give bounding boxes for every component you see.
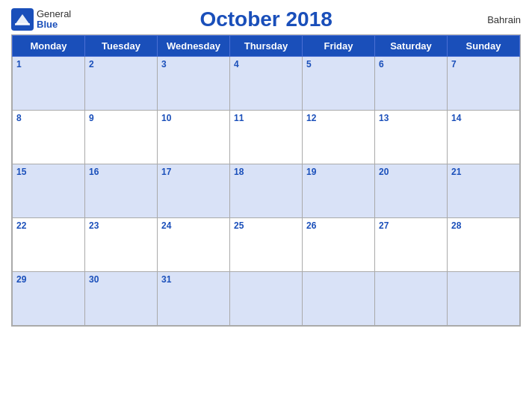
day-cell-17: 17: [158, 164, 230, 218]
day-cell-19: 19: [303, 164, 375, 218]
day-number-9: 9: [89, 113, 94, 123]
week-row-1: 1234567: [13, 57, 520, 111]
logo-text: General Blue: [37, 9, 71, 31]
week-row-3: 15161718192021: [13, 164, 520, 218]
logo-area: General Blue: [11, 8, 71, 31]
day-cell-23: 23: [85, 218, 158, 272]
day-number-13: 13: [379, 113, 389, 123]
calendar-table: Monday Tuesday Wednesday Thursday Friday…: [12, 35, 520, 326]
calendar-tbody: 1234567891011121314151617181920212223242…: [13, 57, 520, 326]
day-number-11: 11: [234, 113, 244, 123]
logo-blue-text: Blue: [37, 19, 71, 30]
day-cell-13: 13: [375, 111, 448, 164]
day-number-3: 3: [161, 59, 167, 69]
week-row-5: 293031: [13, 272, 520, 326]
day-cell-empty-4-4: [303, 272, 375, 326]
header-monday: Monday: [13, 36, 85, 57]
header-tuesday: Tuesday: [85, 36, 158, 57]
calendar-container: Monday Tuesday Wednesday Thursday Friday…: [11, 34, 521, 327]
day-number-31: 31: [161, 274, 171, 285]
day-number-16: 16: [89, 167, 99, 177]
week-row-2: 891011121314: [13, 111, 520, 164]
day-cell-28: 28: [448, 218, 520, 272]
day-number-4: 4: [234, 59, 239, 69]
day-number-12: 12: [306, 113, 316, 123]
header-sunday: Sunday: [448, 36, 520, 57]
calendar-header: General Blue October 2018 Bahrain: [11, 7, 521, 31]
day-number-22: 22: [16, 220, 26, 231]
logo-general-text: General: [37, 9, 71, 19]
day-number-10: 10: [161, 113, 171, 123]
logo-icon: [11, 8, 34, 31]
day-cell-26: 26: [303, 218, 375, 272]
day-number-24: 24: [161, 220, 171, 231]
day-cell-22: 22: [13, 218, 85, 272]
day-number-26: 26: [306, 220, 316, 231]
day-number-21: 21: [451, 167, 461, 177]
day-cell-27: 27: [375, 218, 448, 272]
day-number-29: 29: [16, 274, 26, 285]
day-cell-24: 24: [158, 218, 230, 272]
day-cell-empty-4-3: [230, 272, 303, 326]
day-number-7: 7: [451, 59, 457, 69]
day-number-2: 2: [89, 59, 94, 69]
day-cell-6: 6: [375, 57, 448, 111]
day-cell-30: 30: [85, 272, 158, 326]
day-cell-16: 16: [85, 164, 158, 218]
day-number-15: 15: [16, 167, 26, 177]
day-number-18: 18: [234, 167, 244, 177]
day-number-30: 30: [89, 274, 99, 285]
day-cell-empty-4-5: [375, 272, 448, 326]
day-number-8: 8: [16, 113, 22, 123]
day-number-5: 5: [306, 59, 312, 69]
day-cell-2: 2: [85, 57, 158, 111]
day-cell-4: 4: [230, 57, 303, 111]
day-cell-7: 7: [448, 57, 520, 111]
day-cell-10: 10: [158, 111, 230, 164]
day-cell-9: 9: [85, 111, 158, 164]
calendar-title: October 2018: [71, 7, 461, 31]
day-cell-18: 18: [230, 164, 303, 218]
day-cell-12: 12: [303, 111, 375, 164]
day-number-28: 28: [451, 220, 461, 231]
calendar-thead: Monday Tuesday Wednesday Thursday Friday…: [13, 36, 520, 57]
day-number-19: 19: [306, 167, 316, 177]
weekday-header-row: Monday Tuesday Wednesday Thursday Friday…: [13, 36, 520, 57]
day-cell-11: 11: [230, 111, 303, 164]
header-thursday: Thursday: [230, 36, 303, 57]
header-friday: Friday: [303, 36, 375, 57]
day-cell-1: 1: [13, 57, 85, 111]
week-row-4: 22232425262728: [13, 218, 520, 272]
day-number-20: 20: [379, 167, 389, 177]
day-cell-21: 21: [448, 164, 520, 218]
day-number-17: 17: [161, 167, 171, 177]
day-cell-empty-4-6: [448, 272, 520, 326]
day-number-27: 27: [379, 220, 389, 231]
day-number-23: 23: [89, 220, 99, 231]
svg-rect-2: [15, 23, 30, 25]
day-cell-5: 5: [303, 57, 375, 111]
day-cell-20: 20: [375, 164, 448, 218]
day-number-25: 25: [234, 220, 244, 231]
country-label: Bahrain: [461, 14, 521, 25]
day-number-1: 1: [16, 59, 22, 69]
day-number-14: 14: [451, 113, 461, 123]
day-cell-3: 3: [158, 57, 230, 111]
day-cell-8: 8: [13, 111, 85, 164]
header-wednesday: Wednesday: [158, 36, 230, 57]
day-cell-15: 15: [13, 164, 85, 218]
day-number-6: 6: [379, 59, 384, 69]
day-cell-31: 31: [158, 272, 230, 326]
day-cell-29: 29: [13, 272, 85, 326]
header-saturday: Saturday: [375, 36, 448, 57]
day-cell-14: 14: [448, 111, 520, 164]
day-cell-25: 25: [230, 218, 303, 272]
